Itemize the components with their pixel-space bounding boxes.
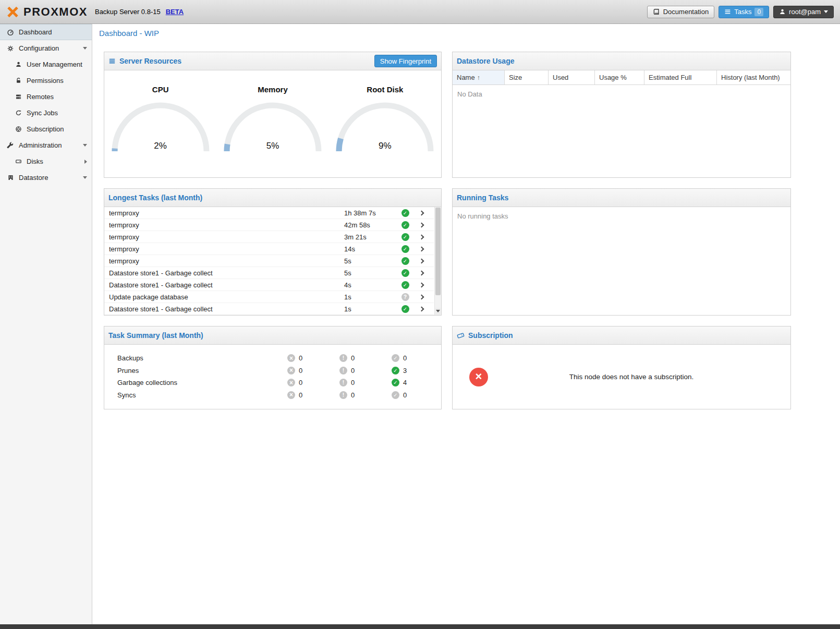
gauge-label: Root Disk: [329, 85, 441, 94]
chevron-down-icon: [824, 10, 828, 13]
task-row[interactable]: termproxy 14s: [104, 243, 434, 255]
column-header-size[interactable]: Size: [505, 70, 549, 84]
hdd-icon: [14, 158, 22, 165]
summary-label: Prunes: [117, 367, 287, 374]
sidebar-item-datastore[interactable]: Datastore: [0, 170, 92, 186]
task-status-icon: [401, 233, 409, 241]
task-name: termproxy: [109, 209, 344, 217]
task-name: Datastore store1 - Garbage collect: [109, 281, 344, 289]
sidebar-item-sync-jobs[interactable]: Sync Jobs: [0, 105, 92, 121]
task-row[interactable]: Datastore store1 - Garbage collect 1s: [104, 303, 434, 315]
user-menu-button[interactable]: root@pam: [773, 6, 834, 18]
panel-title: Running Tasks: [457, 193, 508, 202]
sidebar-item-configuration[interactable]: Configuration: [0, 40, 92, 56]
panel-title: Task Summary (last Month): [108, 331, 203, 340]
building-icon: [6, 174, 15, 181]
task-name: termproxy: [109, 245, 344, 253]
warning-count: 0: [351, 354, 355, 362]
ok-icon: [392, 391, 399, 399]
open-task-button[interactable]: [414, 247, 429, 251]
task-duration: 4s: [344, 281, 396, 289]
sidebar-item-remotes[interactable]: Remotes: [0, 89, 92, 105]
sidebar: Dashboard Configuration User Management …: [0, 24, 92, 624]
open-task-button[interactable]: [414, 307, 429, 311]
chevron-down-icon[interactable]: [83, 144, 87, 147]
open-task-button[interactable]: [414, 271, 429, 275]
beta-link[interactable]: BETA: [166, 8, 184, 16]
top-bar: PROXMOX Backup Server 0.8-15 BETA Docume…: [0, 0, 840, 24]
open-task-button[interactable]: [414, 283, 429, 287]
sidebar-item-label: Datastore: [19, 174, 48, 182]
task-row[interactable]: Datastore store1 - Garbage collect 4s: [104, 279, 434, 291]
open-task-button[interactable]: [414, 235, 429, 239]
ok-icon: [392, 367, 399, 374]
error-icon: [287, 391, 295, 399]
tasks-count-badge: 0: [754, 8, 763, 16]
open-task-button[interactable]: [414, 223, 429, 227]
scrollbar-thumb[interactable]: [435, 208, 441, 295]
task-row[interactable]: Datastore store1 - Garbage collect 5s: [104, 267, 434, 279]
sync-icon: [14, 110, 22, 116]
chevron-right-icon: [419, 234, 424, 239]
error-icon: [287, 367, 295, 374]
gauge-value: 2%: [111, 141, 210, 151]
chevron-right-icon: [419, 210, 424, 215]
open-task-button[interactable]: [414, 259, 429, 263]
task-duration: 42m 58s: [344, 221, 396, 229]
sidebar-item-label: Remotes: [27, 93, 54, 101]
sidebar-item-permissions[interactable]: Permissions: [0, 72, 92, 89]
bottom-bar: [0, 624, 840, 629]
sidebar-item-administration[interactable]: Administration: [0, 137, 92, 153]
chevron-right-icon: [419, 270, 424, 275]
task-duration: 3m 21s: [344, 233, 396, 241]
task-row[interactable]: Update package database 1s: [104, 291, 434, 303]
chevron-down-icon[interactable]: [83, 176, 87, 179]
panel-title: Subscription: [468, 331, 513, 340]
ok-count: 4: [403, 379, 407, 386]
warning-icon: [339, 379, 347, 386]
gears-icon: [6, 45, 15, 52]
open-task-button[interactable]: [414, 211, 429, 215]
sidebar-item-disks[interactable]: Disks: [0, 153, 92, 170]
tasks-button[interactable]: Tasks 0: [719, 6, 769, 18]
proxmox-logo: PROXMOX: [6, 5, 88, 19]
sidebar-item-dashboard[interactable]: Dashboard: [0, 24, 92, 40]
show-fingerprint-button[interactable]: Show Fingerprint: [374, 55, 437, 67]
column-header-name[interactable]: Name: [453, 70, 505, 84]
sidebar-item-label: Configuration: [19, 44, 59, 52]
ok-count: 0: [403, 354, 407, 362]
chevron-down-icon[interactable]: [83, 47, 87, 50]
chevron-right-icon: [419, 246, 424, 251]
task-row[interactable]: termproxy 3m 21s: [104, 231, 434, 243]
brand-text: PROXMOX: [23, 5, 88, 19]
task-duration: 5s: [344, 269, 396, 277]
column-header-estimated-full[interactable]: Estimated Full: [644, 70, 717, 84]
user-icon: [14, 61, 22, 68]
user-label: root@pam: [789, 8, 821, 16]
chevron-right-icon[interactable]: [84, 160, 87, 164]
column-header-usage[interactable]: Usage %: [595, 70, 644, 84]
sidebar-item-user-management[interactable]: User Management: [0, 56, 92, 72]
scroll-down-button[interactable]: [435, 308, 441, 314]
task-row[interactable]: termproxy 42m 58s: [104, 219, 434, 231]
scrollbar[interactable]: [434, 207, 441, 315]
server-resources-icon: [108, 57, 116, 65]
column-header-history[interactable]: History (last Month): [717, 70, 790, 84]
ok-icon: [392, 379, 399, 386]
task-status-icon: [401, 257, 409, 265]
documentation-button[interactable]: Documentation: [647, 6, 714, 18]
task-row[interactable]: termproxy 5s: [104, 255, 434, 267]
warning-icon: [339, 354, 347, 362]
column-header-used[interactable]: Used: [549, 70, 595, 84]
panel-title: Datastore Usage: [457, 57, 515, 65]
wrench-icon: [6, 142, 15, 149]
summary-row-prunes: Prunes 0 0 3: [104, 365, 441, 377]
table-header-row: Name Size Used Usage % Estimated Full Hi…: [453, 70, 790, 85]
open-task-button[interactable]: [414, 295, 429, 299]
warning-count: 0: [351, 391, 355, 399]
sidebar-item-subscription[interactable]: Subscription: [0, 121, 92, 137]
task-name: termproxy: [109, 233, 344, 241]
panel-title: Server Resources: [119, 57, 181, 65]
task-row[interactable]: termproxy 1h 38m 7s: [104, 207, 434, 219]
error-count: 0: [299, 391, 302, 399]
